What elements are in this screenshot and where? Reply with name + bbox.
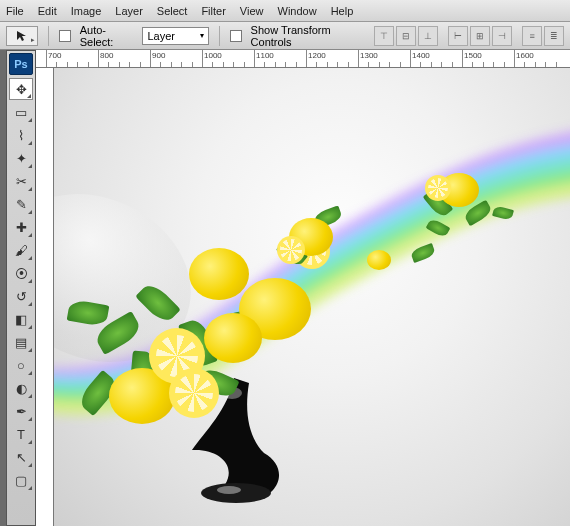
tool-blur[interactable]: ○ — [9, 354, 33, 376]
separator — [48, 26, 49, 46]
menu-file[interactable]: File — [6, 5, 24, 17]
tool-wand[interactable]: ✦ — [9, 147, 33, 169]
menu-window[interactable]: Window — [278, 5, 317, 17]
tool-move[interactable]: ✥ — [9, 78, 33, 100]
auto-select-label: Auto-Select: — [80, 24, 137, 48]
align-left-button[interactable]: ⊢ — [448, 26, 468, 46]
ruler-mark: 1400 — [412, 51, 430, 60]
tool-marquee[interactable]: ▭ — [9, 101, 33, 123]
tools-panel: Ps ✥▭⌇✦✂✎✚🖌⦿↺◧▤○◐✒T↖▢ — [6, 50, 36, 526]
tool-crop[interactable]: ✂ — [9, 170, 33, 192]
menu-select[interactable]: Select — [157, 5, 188, 17]
tool-eraser[interactable]: ◧ — [9, 308, 33, 330]
menu-layer[interactable]: Layer — [115, 5, 143, 17]
tool-type[interactable]: T — [9, 423, 33, 445]
options-bar: Auto-Select: Layer Show Transform Contro… — [0, 22, 570, 50]
move-cursor-icon — [15, 29, 29, 43]
show-transform-checkbox[interactable] — [230, 30, 241, 42]
auto-select-dropdown[interactable]: Layer — [142, 27, 209, 45]
ruler-mark: 1200 — [308, 51, 326, 60]
distribute-button[interactable]: ≡ — [522, 26, 542, 46]
menu-filter[interactable]: Filter — [201, 5, 225, 17]
lemon-small-1 — [367, 250, 391, 270]
tool-brush[interactable]: 🖌 — [9, 239, 33, 261]
ruler-mark: 1600 — [516, 51, 534, 60]
ruler-mark: 1100 — [256, 51, 274, 60]
separator — [219, 26, 220, 46]
align-bottom-button[interactable]: ⊥ — [418, 26, 438, 46]
align-right-button[interactable]: ⊣ — [492, 26, 512, 46]
tool-eyedrop[interactable]: ✎ — [9, 193, 33, 215]
menu-bar: File Edit Image Layer Select Filter View… — [0, 0, 570, 22]
align-hcenter-button[interactable]: ⊞ — [470, 26, 490, 46]
ruler-mark: 800 — [100, 51, 113, 60]
leaf-2 — [414, 248, 432, 258]
ruler-horizontal[interactable]: 7008009001000110012001300140015001600 — [36, 50, 570, 68]
svg-point-2 — [217, 486, 241, 494]
tool-pen[interactable]: ✒ — [9, 400, 33, 422]
tool-shape[interactable]: ▢ — [9, 469, 33, 491]
menu-image[interactable]: Image — [71, 5, 102, 17]
menu-help[interactable]: Help — [331, 5, 354, 17]
menu-edit[interactable]: Edit — [38, 5, 57, 17]
ruler-mark: 700 — [48, 51, 61, 60]
tool-lasso[interactable]: ⌇ — [9, 124, 33, 146]
active-tool-indicator[interactable] — [6, 26, 38, 46]
leaf-1 — [429, 223, 447, 233]
canvas[interactable] — [54, 68, 570, 526]
ruler-mark: 1300 — [360, 51, 378, 60]
tool-heal[interactable]: ✚ — [9, 216, 33, 238]
auto-select-checkbox[interactable] — [59, 30, 70, 42]
menu-view[interactable]: View — [240, 5, 264, 17]
ps-badge-icon: Ps — [9, 53, 33, 75]
align-vcenter-button[interactable]: ⊟ — [396, 26, 416, 46]
ruler-mark: 1000 — [204, 51, 222, 60]
align-top-button[interactable]: ⊤ — [374, 26, 394, 46]
tool-path[interactable]: ↖ — [9, 446, 33, 468]
leaf-3 — [494, 208, 512, 218]
ruler-vertical[interactable] — [36, 68, 54, 526]
ruler-mark: 1500 — [464, 51, 482, 60]
tool-history[interactable]: ↺ — [9, 285, 33, 307]
ruler-mark: 900 — [152, 51, 165, 60]
align-group: ⊤ ⊟ ⊥ ⊢ ⊞ ⊣ ≡ ≣ — [374, 26, 564, 46]
tool-dodge[interactable]: ◐ — [9, 377, 33, 399]
tool-stamp[interactable]: ⦿ — [9, 262, 33, 284]
distribute-button[interactable]: ≣ — [544, 26, 564, 46]
show-transform-label: Show Transform Controls — [251, 24, 368, 48]
tool-gradient[interactable]: ▤ — [9, 331, 33, 353]
